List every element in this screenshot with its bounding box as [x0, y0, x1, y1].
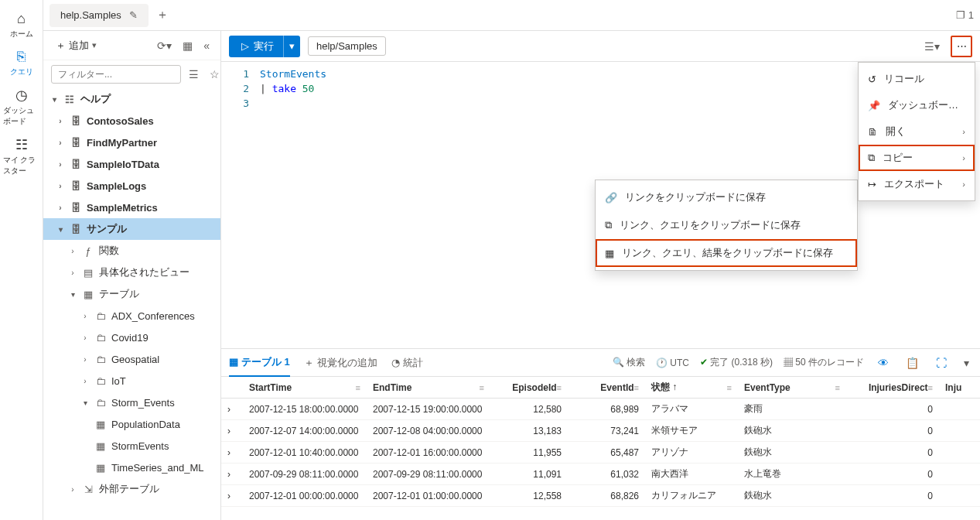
database-icon: 🗄 [70, 115, 82, 127]
nav-query[interactable]: ⎘ クエリ [3, 44, 40, 82]
tree-table-timeseries[interactable]: ▦TimeSeries_and_ML [43, 457, 220, 478]
database-icon: 🗄 [70, 137, 82, 149]
tree-db-contososales[interactable]: ›🗄ContosoSales [43, 110, 220, 132]
col-injuriesdirect[interactable]: InjuriesDirect≡ [846, 382, 939, 393]
expand-icon[interactable]: › [221, 447, 243, 458]
active-tab[interactable]: help.Samples ✎ [50, 4, 149, 27]
nav-home[interactable]: ⌂ ホーム [3, 6, 40, 44]
menu-copy[interactable]: ⧉コピー› [859, 145, 975, 171]
tables-icon: ▦ [82, 289, 94, 300]
tree-folder-geo[interactable]: ›🗀Geospatial [43, 348, 220, 370]
tree-db-samplelogs[interactable]: ›🗄SampleLogs [43, 175, 220, 197]
tree-table-populationdata[interactable]: ▦PopulationData [43, 413, 220, 435]
table-icon: ▦ [94, 419, 107, 430]
database-icon: 🗄 [70, 224, 82, 235]
table-row[interactable]: ›2007-12-15 18:00:00.00002007-12-15 19:0… [221, 399, 980, 420]
col-eventtype[interactable]: EventType≡ [738, 382, 846, 393]
results-pane: ▦テーブル 1 ＋視覚化の追加 ◔統計 🔍 検索 🕐 UTC ✔ 完了 (0.3… [221, 348, 980, 520]
format-icon[interactable]: ☰▾ [921, 37, 943, 56]
collapse-icon[interactable]: « [200, 36, 213, 55]
filter-input[interactable] [51, 65, 181, 84]
code-token-ident: StormEvents [260, 68, 326, 80]
chevron-right-icon: › [962, 153, 965, 162]
results-status: 🔍 検索 🕐 UTC ✔ 完了 (0.318 秒) ▦ 50 件のレコード 👁 … [613, 354, 972, 372]
new-tab-button[interactable]: ＋ [156, 7, 169, 23]
menu-dashboard[interactable]: 📌ダッシュボー… [859, 92, 975, 118]
menu-recall[interactable]: ↺リコール [859, 66, 975, 92]
tree-folder-functions[interactable]: ›ƒ関数 [43, 240, 220, 262]
query-status: ✔ 完了 (0.318 秒) [700, 356, 773, 369]
table-row[interactable]: ›2007-12-01 10:40:00.00002007-12-01 16:0… [221, 442, 980, 464]
tree-folder-iot[interactable]: ›🗀IoT [43, 370, 220, 392]
fullscreen-icon[interactable]: ⛶ [933, 354, 950, 372]
nav-dashboard[interactable]: ◷ ダッシュボード [3, 82, 40, 132]
clipboard-icon[interactable]: 📋 [903, 354, 922, 372]
result-tab-addviz[interactable]: ＋視覚化の追加 [304, 349, 377, 377]
tree-db-sampleiotdata[interactable]: ›🗄SampleIoTData [43, 153, 220, 175]
expand-icon[interactable]: › [221, 404, 243, 415]
menu-open[interactable]: 🗎開く› [859, 118, 975, 145]
results-table: StartTime≡ EndTime≡ EpisodeId≡ EventId≡ … [221, 377, 980, 520]
submenu-link-query-results[interactable]: ▦リンク、クエリ、結果をクリップボードに保存 [596, 239, 857, 267]
table-row[interactable]: ›2007-12-01 00:00:00.00002007-12-01 01:0… [221, 485, 980, 507]
star-icon[interactable]: ☆ [207, 65, 223, 84]
tree-folder-tables[interactable]: ▾▦テーブル [43, 283, 220, 305]
code-body[interactable]: StormEvents | take 50 [255, 62, 326, 348]
dashboard-icon: ◷ [15, 87, 28, 104]
col-inju[interactable]: Inju [939, 382, 978, 393]
expand-icon[interactable]: › [221, 469, 243, 480]
recall-icon: ↺ [868, 74, 876, 85]
content-pane: ▷ 実行 ▾ help/Samples ☰▾ ⋯ ↺リコール 📌ダッシュボー… … [221, 31, 980, 520]
run-split-button[interactable]: ▾ [283, 36, 300, 57]
tree-table-stormevents[interactable]: ▦StormEvents [43, 435, 220, 457]
chevron-down-icon[interactable]: ▾ [961, 354, 972, 372]
scope-picker[interactable]: help/Samples [308, 36, 386, 56]
tree-folder-exttables[interactable]: ›⇲外部テーブル [43, 478, 220, 500]
pin-icon: 📌 [868, 100, 880, 111]
col-state[interactable]: 状態 ↑≡ [645, 381, 738, 394]
run-label: 実行 [254, 39, 274, 53]
work-area: ＋ 追加 ▾ ⟳▾ ▦ « ☰ ☆ ▾☷ヘルプ ›🗄ContosoSales ›… [43, 31, 980, 520]
tree-folder-storm[interactable]: ▾🗀Storm_Events [43, 392, 220, 413]
results-tabs: ▦テーブル 1 ＋視覚化の追加 ◔統計 🔍 検索 🕐 UTC ✔ 完了 (0.3… [221, 349, 980, 377]
chevron-right-icon: › [962, 180, 965, 189]
panel-icon[interactable]: ▦ [179, 36, 196, 55]
table-row[interactable]: ›2007-12-07 14:00:00.00002007-12-08 04:0… [221, 420, 980, 442]
search-button[interactable]: 🔍 検索 [613, 356, 645, 369]
eye-icon[interactable]: 👁 [875, 354, 892, 372]
tree-db-samplemetrics[interactable]: ›🗄SampleMetrics [43, 197, 220, 218]
expand-icon[interactable]: › [221, 426, 243, 436]
tab-bar: help.Samples ✎ ＋ ❐ 1 [43, 0, 980, 31]
tree-folder-covid[interactable]: ›🗀Covid19 [43, 327, 220, 348]
expand-icon[interactable]: › [221, 491, 243, 501]
col-endtime[interactable]: EndTime≡ [367, 382, 490, 393]
tab-count[interactable]: ❐ 1 [956, 9, 974, 21]
tz-button[interactable]: 🕐 UTC [656, 358, 689, 368]
left-nav-rail: ⌂ ホーム ⎘ クエリ ◷ ダッシュボード ☷ マイ クラスター [0, 0, 43, 520]
refresh-icon[interactable]: ⟳▾ [154, 36, 175, 55]
col-eventid[interactable]: EventId≡ [568, 382, 645, 393]
filter-row: ☰ ☆ [43, 60, 220, 88]
list-settings-icon[interactable]: ☰ [186, 65, 202, 84]
run-button[interactable]: ▷ 実行 ▾ [229, 36, 300, 57]
col-episodeid[interactable]: EpisodeId≡ [490, 382, 568, 393]
table-row[interactable]: ›2007-09-29 08:11:00.00002007-09-29 08:1… [221, 464, 980, 485]
tree-folder-matviews[interactable]: ›▤具体化されたビュー [43, 262, 220, 283]
result-tab-table[interactable]: ▦テーブル 1 [229, 349, 290, 377]
submenu-link-query[interactable]: ⧉リンク、クエリをクリップボードに保存 [596, 211, 857, 239]
grid-icon: ▦ [229, 356, 238, 368]
tree-cluster-help[interactable]: ▾☷ヘルプ [43, 88, 220, 110]
tree-db-samples[interactable]: ▾🗄サンプル [43, 218, 220, 240]
col-starttime[interactable]: StartTime≡ [243, 382, 367, 393]
more-actions-button[interactable]: ⋯ [951, 36, 972, 57]
tree-db-findmypartner[interactable]: ›🗄FindMyPartner [43, 132, 220, 153]
copy-submenu: 🔗リンクをクリップボードに保存 ⧉リンク、クエリをクリップボードに保存 ▦リンク… [595, 180, 858, 271]
tree-folder-adx[interactable]: ›🗀ADX_Conferences [43, 305, 220, 327]
result-tab-stats[interactable]: ◔統計 [391, 349, 423, 377]
submenu-link[interactable]: 🔗リンクをクリップボードに保存 [596, 183, 857, 211]
pencil-icon[interactable]: ✎ [129, 9, 138, 21]
menu-export[interactable]: ↦エクスポート› [859, 171, 975, 197]
nav-mycluster[interactable]: ☷ マイ クラスター [3, 132, 40, 181]
nav-home-label: ホーム [10, 29, 33, 39]
add-button[interactable]: ＋ 追加 ▾ [51, 36, 101, 56]
